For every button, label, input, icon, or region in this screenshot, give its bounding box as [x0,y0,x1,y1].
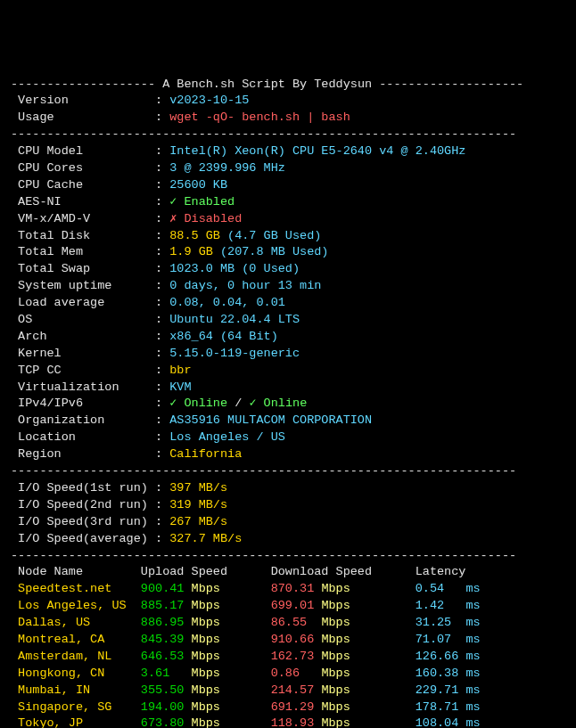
terminal-output: -------------------- A Bench.sh Script B… [11,77,565,728]
